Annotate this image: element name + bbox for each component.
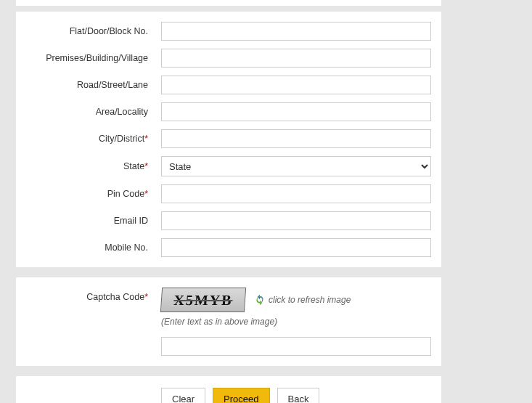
refresh-captcha-link[interactable]: click to refresh image — [254, 294, 351, 306]
row-area: Area/Locality — [26, 102, 431, 121]
clear-button[interactable]: Clear — [161, 388, 205, 403]
area-input[interactable] — [161, 102, 431, 121]
label-state: State* — [26, 161, 161, 171]
row-email: Email ID — [26, 211, 431, 230]
label-email: Email ID — [26, 216, 161, 226]
label-flat: Flat/Door/Block No. — [26, 26, 161, 36]
row-road: Road/Street/Lane — [26, 76, 431, 94]
right-gutter — [449, 0, 532, 403]
captcha-input[interactable] — [161, 337, 431, 356]
row-city: City/District* — [26, 129, 431, 148]
captcha-image: X5MYB — [160, 288, 246, 312]
refresh-icon — [254, 294, 266, 306]
required-marker: * — [144, 292, 148, 302]
required-marker: * — [144, 134, 148, 144]
label-mobile: Mobile No. — [26, 243, 161, 253]
row-flat: Flat/Door/Block No. — [26, 22, 431, 41]
label-city: City/District* — [26, 134, 161, 144]
back-button[interactable]: Back — [277, 388, 320, 403]
buttons-card: Clear Proceed Back — [16, 376, 441, 403]
refresh-text: click to refresh image — [269, 295, 351, 305]
proceed-button[interactable]: Proceed — [213, 388, 269, 403]
road-input[interactable] — [161, 76, 431, 94]
label-premises: Premises/Building/Village — [26, 53, 161, 63]
email-input[interactable] — [161, 211, 431, 230]
label-area: Area/Locality — [26, 107, 161, 117]
address-form-card: Flat/Door/Block No. Premises/Building/Vi… — [16, 12, 441, 267]
flat-input[interactable] — [161, 22, 431, 41]
captcha-card: Captcha Code* X5MYB click to refresh ima… — [16, 277, 441, 366]
captcha-hint: (Enter text as in above image) — [161, 317, 431, 327]
row-state: State* State — [26, 156, 431, 176]
premises-input[interactable] — [161, 49, 431, 68]
city-input[interactable] — [161, 129, 431, 148]
required-marker: * — [144, 189, 148, 199]
label-captcha: Captcha Code* — [26, 288, 161, 302]
mobile-input[interactable] — [161, 238, 431, 257]
pin-input[interactable] — [161, 184, 431, 203]
label-pin: Pin Code* — [26, 189, 161, 199]
required-marker: * — [144, 161, 148, 171]
row-mobile: Mobile No. — [26, 238, 431, 257]
label-road: Road/Street/Lane — [26, 80, 161, 90]
row-pin: Pin Code* — [26, 184, 431, 203]
row-premises: Premises/Building/Village — [26, 49, 431, 68]
state-select[interactable]: State — [161, 156, 431, 176]
prev-section-sliver — [16, 0, 441, 6]
